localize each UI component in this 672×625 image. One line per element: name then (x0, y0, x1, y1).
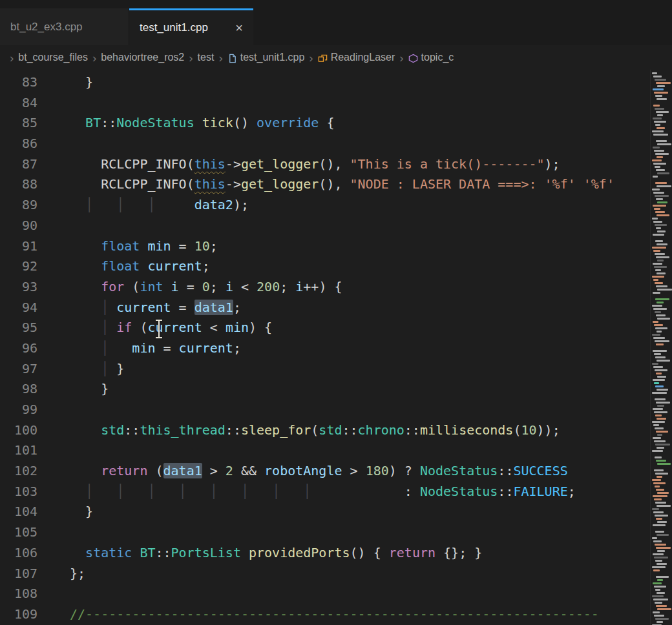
chevron-right-icon: › (218, 52, 222, 64)
code-text: │ current = data1; (70, 298, 241, 318)
code-line[interactable]: 93 for (int i = 0; i < 200; i++) { (0, 277, 672, 298)
line-number[interactable]: 107 (0, 564, 37, 584)
code-line[interactable]: 95 │ if (current < min) { (0, 318, 672, 338)
code-line[interactable]: 88 RCLCPP_INFO(this->get_logger(), "NODE… (0, 174, 672, 195)
chevron-right-icon: › (92, 52, 96, 64)
breadcrumb: ›bt_course_files›behaviortree_ros2›test›… (0, 45, 672, 70)
code-text: return (data1 > 2 && robotAngle > 180) ?… (70, 461, 568, 482)
code-text: │ │ │ │ │ │ │ │ : NodeStatus::FAILURE; (70, 482, 576, 502)
line-number[interactable]: 84 (0, 93, 37, 114)
code-text: }; (70, 564, 85, 584)
tab-label: test_unit1.cpp (140, 21, 208, 34)
code-text: for (int i = 0; i < 200; i++) { (70, 277, 342, 298)
code-line[interactable]: 107}; (0, 564, 672, 584)
code-line[interactable]: 98 } (0, 379, 672, 400)
class-symbol-icon (318, 54, 328, 63)
chevron-right-icon: › (309, 52, 313, 64)
code-text: } (70, 379, 109, 400)
code-text: float min = 10; (70, 236, 218, 257)
code-line[interactable]: 105 (0, 522, 672, 543)
line-number[interactable]: 99 (0, 400, 37, 420)
code-line[interactable]: 94 │ current = data1; (0, 298, 672, 318)
close-icon[interactable]: × (226, 21, 243, 34)
line-number[interactable]: 87 (0, 154, 37, 175)
minimap[interactable] (650, 70, 672, 625)
code-editor[interactable]: 83 }8485 BT::NodeStatus tick() override … (0, 70, 672, 625)
line-number[interactable]: 105 (0, 522, 37, 543)
code-line[interactable]: 83 } (0, 72, 672, 93)
file-symbol-icon (227, 54, 237, 63)
line-number[interactable]: 98 (0, 379, 37, 400)
code-line[interactable]: 102 return (data1 > 2 && robotAngle > 18… (0, 461, 672, 482)
tab-test-unit1[interactable]: test_unit1.cpp × (129, 8, 253, 45)
code-line[interactable]: 96 │ min = current; (0, 338, 672, 359)
line-number[interactable]: 90 (0, 216, 37, 236)
code-text: BT::NodeStatus tick() override { (70, 113, 334, 134)
code-text: } (70, 72, 93, 93)
code-line[interactable]: 86 (0, 134, 672, 154)
code-line[interactable]: 99 (0, 400, 672, 420)
code-text: │ if (current < min) { (70, 318, 272, 338)
line-number[interactable]: 86 (0, 134, 37, 154)
breadcrumb-item[interactable]: topic_c (421, 52, 454, 63)
breadcrumb-item[interactable]: ReadingLaser (331, 52, 395, 63)
line-number[interactable]: 89 (0, 195, 37, 216)
line-number[interactable]: 109 (0, 604, 37, 625)
code-text: } (70, 502, 93, 522)
line-number[interactable]: 100 (0, 420, 37, 441)
line-number[interactable]: 101 (0, 440, 37, 461)
code-line[interactable]: 108 (0, 584, 672, 604)
code-line[interactable]: 104 } (0, 502, 672, 522)
tab-label: bt_u2_ex3.cpp (10, 21, 83, 34)
line-number[interactable]: 102 (0, 461, 37, 482)
code-text: static BT::PortsList providedPorts() { r… (70, 543, 482, 564)
code-line[interactable]: 100 std::this_thread::sleep_for(std::chr… (0, 420, 672, 441)
line-number[interactable]: 103 (0, 482, 37, 502)
line-number[interactable]: 88 (0, 174, 37, 195)
breadcrumb-item[interactable]: test_unit1.cpp (240, 52, 305, 63)
code-line[interactable]: 103 │ │ │ │ │ │ │ │ : NodeStatus::FAILUR… (0, 482, 672, 502)
line-number[interactable]: 91 (0, 236, 37, 257)
code-line[interactable]: 85 BT::NodeStatus tick() override { (0, 113, 672, 134)
field-symbol-icon (408, 54, 418, 63)
code-line[interactable]: 101 (0, 440, 672, 461)
code-line[interactable]: 91 float min = 10; (0, 236, 672, 257)
line-number[interactable]: 97 (0, 359, 37, 380)
line-number[interactable]: 104 (0, 502, 37, 522)
code-text: RCLCPP_INFO(this->get_logger(), "This is… (70, 154, 560, 175)
breadcrumb-item[interactable]: test (198, 52, 215, 63)
code-text: //--------------------------------------… (70, 604, 599, 625)
mouse-cursor-ibeam (158, 321, 160, 337)
vscode-window: bt_u2_ex3.cpp test_unit1.cpp × ›bt_cours… (0, 0, 672, 625)
tab-bar: bt_u2_ex3.cpp test_unit1.cpp × (0, 0, 672, 45)
code-line[interactable]: 87 RCLCPP_INFO(this->get_logger(), "This… (0, 154, 672, 175)
code-text: std::this_thread::sleep_for(std::chrono:… (70, 420, 560, 441)
code-line[interactable]: 106 static BT::PortsList providedPorts()… (0, 543, 672, 564)
code-line[interactable]: 90 (0, 216, 672, 236)
line-number[interactable]: 93 (0, 277, 37, 298)
code-line[interactable]: 97 │ } (0, 359, 672, 380)
code-line[interactable]: 109//-----------------------------------… (0, 604, 672, 625)
code-text: │ │ │ data2); (70, 195, 249, 216)
line-number[interactable]: 106 (0, 543, 37, 564)
tab-bt-u2-ex3[interactable]: bt_u2_ex3.cpp (0, 8, 129, 45)
line-number[interactable]: 108 (0, 584, 37, 604)
code-text: │ min = current; (70, 338, 241, 359)
line-number[interactable]: 95 (0, 318, 37, 338)
code-line[interactable]: 84 (0, 93, 672, 114)
chevron-right-icon: › (399, 52, 403, 64)
line-number[interactable]: 85 (0, 113, 37, 134)
line-number[interactable]: 83 (0, 72, 37, 93)
code-text: float current; (70, 256, 210, 277)
code-text: │ } (70, 359, 124, 380)
line-number[interactable]: 96 (0, 338, 37, 359)
line-number[interactable]: 94 (0, 298, 37, 318)
breadcrumb-item[interactable]: bt_course_files (18, 52, 88, 63)
code-lines: 83 }8485 BT::NodeStatus tick() override … (0, 72, 672, 625)
chevron-right-icon: › (189, 52, 193, 64)
chevron-right-icon: › (10, 52, 14, 64)
code-line[interactable]: 89 │ │ │ data2); (0, 195, 672, 216)
breadcrumb-item[interactable]: behaviortree_ros2 (101, 52, 184, 63)
line-number[interactable]: 92 (0, 256, 37, 277)
code-line[interactable]: 92 float current; (0, 256, 672, 277)
